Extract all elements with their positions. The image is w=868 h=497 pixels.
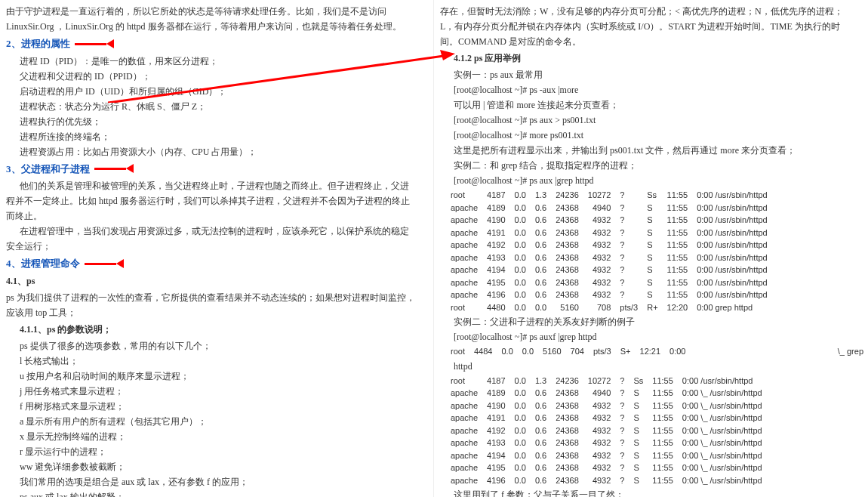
table-cell: S (642, 289, 662, 301)
table-cell: 11:55 (648, 387, 678, 400)
table-cell: 0:00 /usr/sbin/httpd (692, 227, 772, 239)
table-cell: 0.0 (510, 387, 531, 400)
arrow-icon (75, 39, 114, 48)
table-cell: 4932 (583, 289, 616, 301)
table-row: apache41960.00.6243684932?S11:550:00 /us… (446, 289, 772, 301)
table-cell: 10272 (583, 189, 616, 202)
table-cell: apache (446, 400, 482, 412)
param: ww 避免详细参数被截断； (6, 460, 427, 474)
table-cell: 5160 (538, 345, 565, 358)
attr: 进程状态：状态分为运行 R、休眠 S、僵尸 Z； (6, 100, 427, 113)
table-cell: S (642, 252, 662, 264)
process-table-1: root41870.01.32423610272?Ss11:550:00 /us… (446, 189, 772, 313)
table-cell: 24368 (551, 449, 583, 462)
table-cell: 0:00 /usr/sbin/httpd (692, 202, 772, 215)
table-cell: 0:00 \_ /usr/sbin/httpd (678, 412, 767, 424)
table-cell: root (446, 189, 482, 202)
heading-text: 4.1.2 ps 应用举例 (454, 51, 521, 65)
table-cell: R+ (642, 301, 662, 314)
table-cell: 24368 (551, 227, 583, 239)
table-cell: 0.0 (510, 412, 531, 424)
table-cell: 708 (583, 301, 616, 314)
table-cell: ? (615, 412, 629, 424)
table-cell: 4190 (482, 400, 509, 412)
text: 我们常用的选项是组合是 aux 或 lax，还有参数 f 的应用； (6, 475, 427, 489)
table-cell: 4189 (482, 202, 509, 215)
text: 安全运行； (6, 239, 427, 253)
table-row: apache41890.00.6243684940?S11:550:00 /us… (446, 202, 772, 215)
table-cell: ? (615, 214, 642, 227)
table-cell: 0.0 (510, 239, 531, 252)
table-cell: S (642, 264, 662, 276)
table-row: apache41930.00.6243684932?S11:550:00 \_ … (446, 437, 767, 449)
table-row: root44800.00.05160708pts/3R+12:200:00 gr… (446, 301, 772, 314)
table-cell: 24368 (551, 387, 583, 400)
table-cell: ? (615, 252, 642, 264)
table-cell: 4932 (583, 264, 616, 276)
table-cell: 24236 (551, 375, 583, 387)
table-cell: 11:55 (663, 214, 693, 227)
table-cell: 24368 (551, 474, 583, 487)
table-cell: 0.6 (531, 289, 551, 301)
heading-4: 4、进程管理命令 (6, 256, 427, 271)
table-cell: Ss (629, 375, 648, 387)
text: LinuxSir.Org ，LinuxSir.Org 的 httpd 服务器都在… (6, 20, 427, 33)
table-cell: 0.6 (531, 424, 551, 437)
table-cell: 0:00 \_ /usr/sbin/httpd (678, 474, 767, 487)
table-cell: S (642, 202, 662, 215)
table-cell: 11:55 (663, 239, 693, 252)
text: 实例一：ps aux 最常用 (440, 68, 862, 82)
text: 实例二：父进和子进程的关系友好判断的例子 (440, 315, 862, 329)
table-cell: 0.0 (510, 202, 531, 215)
text: 而终止。 (6, 209, 427, 223)
table-row: apache41920.00.6243684932?S11:550:00 /us… (446, 239, 772, 252)
table-cell: ? (615, 437, 629, 449)
heading-2: 2、进程的属性 (6, 36, 427, 51)
table-cell: 0:00 /usr/sbin/httpd (692, 189, 772, 202)
table-cell: 0.0 (531, 301, 551, 314)
table-cell: ? (615, 387, 629, 400)
table-cell: 4196 (482, 474, 509, 487)
table-cell: 4193 (482, 437, 509, 449)
table-cell: 0:00 /usr/sbin/httpd (692, 276, 772, 289)
table-cell: 0:00 \_ /usr/sbin/httpd (678, 462, 767, 474)
table-cell: 0.6 (531, 276, 551, 289)
table-cell: 4484 (469, 345, 497, 358)
table-cell: pts/3 (589, 345, 616, 358)
param: l 长格式输出； (6, 354, 427, 368)
page-right: 存在，但暂时无法消除；W，没有足够的内存分页可分配；< 高优先序的进程；N，低优… (434, 0, 868, 497)
text: 程并不一定终止。比如 httpd 服务器运行时，我们可以杀掉其子进程，父进程并不… (6, 194, 427, 208)
table-cell: 24368 (551, 400, 583, 412)
table-cell: 704 (566, 345, 589, 358)
table-cell: 11:55 (648, 474, 678, 487)
table-cell: S (629, 449, 648, 462)
table-row: apache41910.00.6243684932?S11:550:00 \_ … (446, 412, 767, 424)
table-cell: 11:55 (648, 449, 678, 462)
table-cell: 4187 (482, 375, 509, 387)
table-cell: apache (446, 227, 482, 239)
table-cell: 11:55 (663, 252, 693, 264)
table-cell: apache (446, 289, 482, 301)
table-cell: 4940 (583, 202, 616, 215)
table-cell: 11:55 (663, 276, 693, 289)
table-cell: S (629, 387, 648, 400)
table-cell: 4192 (482, 239, 509, 252)
table-cell: 4480 (482, 301, 509, 314)
table-cell: 0.0 (510, 301, 531, 314)
heading-text: 2、进程的属性 (6, 36, 70, 51)
table-cell: 12:20 (663, 301, 693, 314)
table-cell: 4191 (482, 227, 509, 239)
table-cell: 24368 (551, 424, 583, 437)
table-cell: S (629, 424, 648, 437)
table-cell: 0.0 (510, 264, 531, 276)
table-cell: S (642, 227, 662, 239)
table-cell: root (446, 301, 482, 314)
table-cell: 11:55 (663, 264, 693, 276)
table-cell: 4195 (482, 276, 509, 289)
table-cell: ? (615, 264, 642, 276)
attr: 进程执行的优先级； (6, 115, 427, 128)
table-cell: ? (615, 462, 629, 474)
table-cell: 11:55 (648, 437, 678, 449)
text: 应该用 top 工具； (6, 306, 427, 320)
table-cell: 11:55 (648, 400, 678, 412)
